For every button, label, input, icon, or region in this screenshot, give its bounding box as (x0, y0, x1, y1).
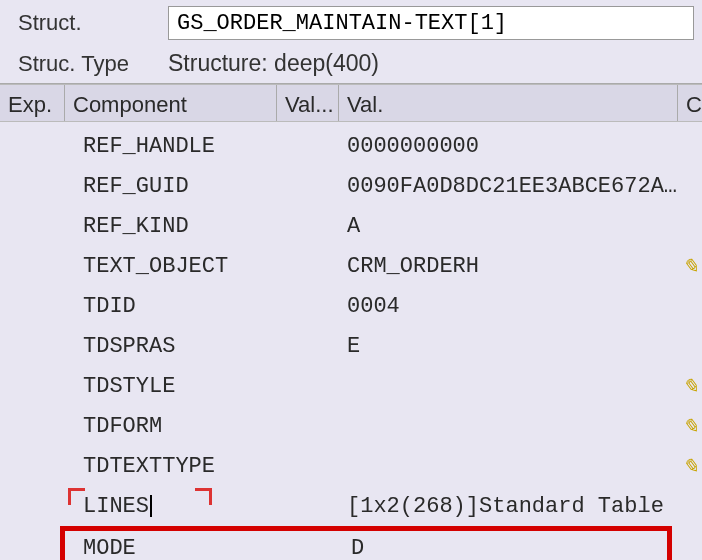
header-area: Struct. Struc. Type Structure: deep(400) (0, 0, 702, 77)
change-indicator-cell: ✎ (678, 454, 702, 478)
component-cell[interactable]: TDTEXTTYPE (65, 454, 277, 479)
component-cell[interactable]: REF_KIND (65, 214, 277, 239)
value-cell[interactable]: E (339, 334, 678, 359)
value-cell[interactable]: 0000000000 (339, 134, 678, 159)
value-cell[interactable]: 0004 (339, 294, 678, 319)
table-row[interactable]: TDSPRASE (0, 326, 702, 366)
table-row[interactable]: REF_KINDA (0, 206, 702, 246)
change-indicator-cell: ✎ (678, 414, 702, 438)
pencil-icon[interactable]: ✎ (682, 374, 699, 398)
struct-field-row: Struct. (0, 6, 702, 40)
value-cell[interactable]: A (339, 214, 678, 239)
component-cell[interactable]: TEXT_OBJECT (65, 254, 277, 279)
text-caret (150, 495, 152, 517)
col-header-exp[interactable]: Exp. (0, 85, 65, 121)
component-cell[interactable]: REF_GUID (65, 174, 277, 199)
table-row[interactable]: REF_HANDLE0000000000 (0, 126, 702, 166)
value-cell[interactable]: [1x2(268)]Standard Table (339, 494, 678, 519)
component-cell[interactable]: REF_HANDLE (65, 134, 277, 159)
table-row[interactable]: TDSTYLE✎ (0, 366, 702, 406)
component-cell[interactable]: LINES (65, 494, 277, 519)
component-cell[interactable]: TDSTYLE (65, 374, 277, 399)
change-indicator-cell: ✎ (678, 254, 702, 278)
value-cell[interactable]: CRM_ORDERH (339, 254, 678, 279)
struct-type-value: Structure: deep(400) (168, 50, 379, 77)
pencil-icon[interactable]: ✎ (682, 414, 699, 438)
table-row[interactable]: LINES[1x2(268)]Standard Table (0, 486, 702, 526)
change-indicator-cell: ✎ (678, 374, 702, 398)
pencil-icon[interactable]: ✎ (682, 254, 699, 278)
table-row[interactable]: TDTEXTTYPE✎ (0, 446, 702, 486)
debugger-structure-view: Struct. Struc. Type Structure: deep(400)… (0, 0, 702, 560)
value-cell[interactable]: D (343, 536, 643, 561)
table-body: REF_HANDLE0000000000REF_GUID0090FA0D8DC2… (0, 122, 702, 560)
table-row[interactable]: REF_GUID0090FA0D8DC21EE3ABCE672A… (0, 166, 702, 206)
component-cell[interactable]: TDID (65, 294, 277, 319)
col-header-component[interactable]: Component (65, 85, 277, 121)
struct-type-label: Struc. Type (18, 51, 168, 77)
struct-value-input[interactable] (168, 6, 694, 40)
table-header: Exp. Component Val... Val. C (0, 84, 702, 122)
table-row[interactable]: MODED (60, 526, 672, 560)
table-row[interactable]: TDID0004 (0, 286, 702, 326)
component-cell[interactable]: TDFORM (65, 414, 277, 439)
component-cell[interactable]: TDSPRAS (65, 334, 277, 359)
col-header-val[interactable]: Val. (339, 85, 678, 121)
component-cell[interactable]: MODE (69, 536, 281, 561)
struct-type-row: Struc. Type Structure: deep(400) (0, 50, 702, 77)
struct-label: Struct. (18, 10, 168, 36)
pencil-icon[interactable]: ✎ (682, 454, 699, 478)
table-row[interactable]: TDFORM✎ (0, 406, 702, 446)
col-header-val-type[interactable]: Val... (277, 85, 339, 121)
value-cell[interactable]: 0090FA0D8DC21EE3ABCE672A… (339, 174, 678, 199)
table-row[interactable]: TEXT_OBJECTCRM_ORDERH✎ (0, 246, 702, 286)
col-header-last[interactable]: C (678, 85, 702, 121)
